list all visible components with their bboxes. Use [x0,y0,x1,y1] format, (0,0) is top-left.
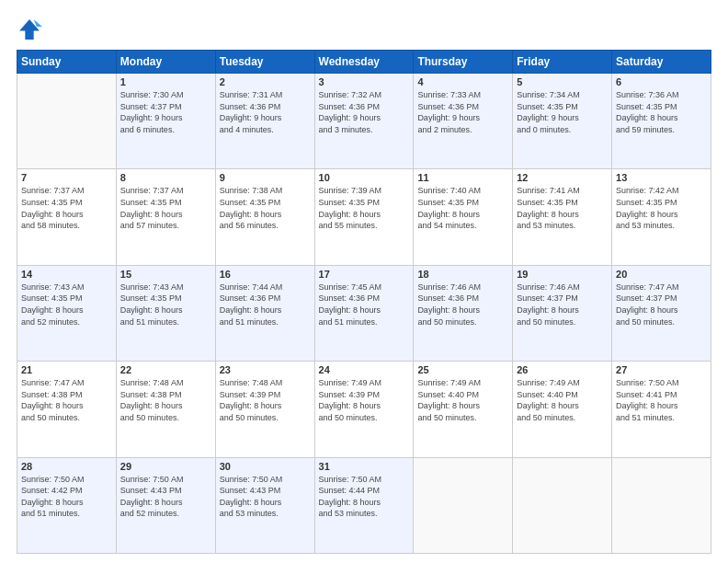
calendar-cell: 7Sunrise: 7:37 AM Sunset: 4:35 PM Daylig… [17,169,117,265]
day-number: 15 [120,269,211,280]
calendar-cell: 4Sunrise: 7:33 AM Sunset: 4:36 PM Daylig… [414,74,513,169]
day-number: 9 [220,172,311,183]
calendar-cell: 18Sunrise: 7:46 AM Sunset: 4:36 PM Dayli… [414,265,513,361]
day-number: 17 [319,269,410,280]
day-info: Sunrise: 7:48 AM Sunset: 4:39 PM Dayligh… [220,377,311,423]
day-number: 30 [220,461,311,472]
day-number: 29 [120,461,211,472]
day-info: Sunrise: 7:38 AM Sunset: 4:35 PM Dayligh… [220,185,311,231]
day-number: 19 [517,269,608,280]
day-number: 22 [120,364,211,375]
calendar-cell: 3Sunrise: 7:32 AM Sunset: 4:36 PM Daylig… [314,74,414,169]
weekday-header-saturday: Saturday [612,51,711,74]
calendar-cell: 26Sunrise: 7:49 AM Sunset: 4:40 PM Dayli… [513,362,612,457]
calendar-cell: 16Sunrise: 7:44 AM Sunset: 4:36 PM Dayli… [215,265,314,361]
calendar-week-row: 7Sunrise: 7:37 AM Sunset: 4:35 PM Daylig… [17,169,711,265]
day-number: 16 [220,269,311,280]
weekday-header-friday: Friday [513,51,612,74]
calendar-cell: 14Sunrise: 7:43 AM Sunset: 4:35 PM Dayli… [17,265,117,361]
calendar-cell: 20Sunrise: 7:47 AM Sunset: 4:37 PM Dayli… [612,265,711,361]
calendar-cell: 24Sunrise: 7:49 AM Sunset: 4:39 PM Dayli… [314,362,414,457]
day-number: 21 [21,364,112,375]
calendar-cell: 19Sunrise: 7:46 AM Sunset: 4:37 PM Dayli… [513,265,612,361]
day-number: 4 [417,76,508,87]
day-info: Sunrise: 7:33 AM Sunset: 4:36 PM Dayligh… [417,89,508,135]
weekday-header-sunday: Sunday [17,51,117,74]
day-number: 28 [21,461,112,472]
day-info: Sunrise: 7:49 AM Sunset: 4:40 PM Dayligh… [417,377,508,423]
day-number: 24 [319,364,410,375]
calendar-cell: 30Sunrise: 7:50 AM Sunset: 4:43 PM Dayli… [215,457,314,553]
day-info: Sunrise: 7:42 AM Sunset: 4:35 PM Dayligh… [616,185,707,231]
day-info: Sunrise: 7:50 AM Sunset: 4:44 PM Dayligh… [319,474,410,520]
calendar-cell: 8Sunrise: 7:37 AM Sunset: 4:35 PM Daylig… [116,169,215,265]
day-number: 27 [616,364,707,375]
day-number: 10 [319,172,410,183]
day-number: 2 [220,76,311,87]
calendar-cell: 5Sunrise: 7:34 AM Sunset: 4:35 PM Daylig… [513,74,612,169]
day-info: Sunrise: 7:50 AM Sunset: 4:43 PM Dayligh… [120,474,211,520]
day-info: Sunrise: 7:45 AM Sunset: 4:36 PM Dayligh… [319,282,410,327]
day-number: 31 [319,461,410,472]
day-info: Sunrise: 7:50 AM Sunset: 4:42 PM Dayligh… [21,474,112,520]
calendar-week-row: 21Sunrise: 7:47 AM Sunset: 4:38 PM Dayli… [17,362,711,457]
calendar-week-row: 14Sunrise: 7:43 AM Sunset: 4:35 PM Dayli… [17,265,711,361]
day-info: Sunrise: 7:50 AM Sunset: 4:41 PM Dayligh… [616,377,707,423]
weekday-header-wednesday: Wednesday [314,51,414,74]
day-info: Sunrise: 7:31 AM Sunset: 4:36 PM Dayligh… [220,89,311,135]
day-info: Sunrise: 7:37 AM Sunset: 4:35 PM Dayligh… [120,185,211,231]
day-number: 6 [616,76,707,87]
calendar-cell: 25Sunrise: 7:49 AM Sunset: 4:40 PM Dayli… [414,362,513,457]
day-number: 14 [21,269,112,280]
day-info: Sunrise: 7:48 AM Sunset: 4:38 PM Dayligh… [120,377,211,423]
calendar-cell: 17Sunrise: 7:45 AM Sunset: 4:36 PM Dayli… [314,265,414,361]
calendar-cell: 12Sunrise: 7:41 AM Sunset: 4:35 PM Dayli… [513,169,612,265]
calendar-cell: 15Sunrise: 7:43 AM Sunset: 4:35 PM Dayli… [116,265,215,361]
day-info: Sunrise: 7:44 AM Sunset: 4:36 PM Dayligh… [220,282,311,327]
day-info: Sunrise: 7:47 AM Sunset: 4:38 PM Dayligh… [21,377,112,423]
calendar-cell: 28Sunrise: 7:50 AM Sunset: 4:42 PM Dayli… [17,457,117,553]
calendar-cell: 27Sunrise: 7:50 AM Sunset: 4:41 PM Dayli… [612,362,711,457]
logo-icon [17,17,42,42]
day-info: Sunrise: 7:34 AM Sunset: 4:35 PM Dayligh… [517,89,608,135]
day-info: Sunrise: 7:41 AM Sunset: 4:35 PM Dayligh… [517,185,608,231]
calendar-cell: 29Sunrise: 7:50 AM Sunset: 4:43 PM Dayli… [116,457,215,553]
day-info: Sunrise: 7:30 AM Sunset: 4:37 PM Dayligh… [120,89,211,135]
day-info: Sunrise: 7:47 AM Sunset: 4:37 PM Dayligh… [616,282,707,327]
calendar-cell: 6Sunrise: 7:36 AM Sunset: 4:35 PM Daylig… [612,74,711,169]
day-number: 23 [220,364,311,375]
calendar-header-row: SundayMondayTuesdayWednesdayThursdayFrid… [17,51,711,74]
weekday-header-thursday: Thursday [414,51,513,74]
day-info: Sunrise: 7:50 AM Sunset: 4:43 PM Dayligh… [220,474,311,520]
day-info: Sunrise: 7:39 AM Sunset: 4:35 PM Dayligh… [319,185,410,231]
day-info: Sunrise: 7:49 AM Sunset: 4:40 PM Dayligh… [517,377,608,423]
day-info: Sunrise: 7:43 AM Sunset: 4:35 PM Dayligh… [120,282,211,327]
calendar-cell [513,457,612,553]
day-info: Sunrise: 7:32 AM Sunset: 4:36 PM Dayligh… [319,89,410,135]
day-info: Sunrise: 7:43 AM Sunset: 4:35 PM Dayligh… [21,282,112,327]
day-info: Sunrise: 7:36 AM Sunset: 4:35 PM Dayligh… [616,89,707,135]
page: SundayMondayTuesdayWednesdayThursdayFrid… [0,0,728,563]
day-number: 12 [517,172,608,183]
day-number: 25 [417,364,508,375]
day-info: Sunrise: 7:46 AM Sunset: 4:37 PM Dayligh… [517,282,608,327]
day-number: 20 [616,269,707,280]
day-number: 18 [417,269,508,280]
calendar-cell [17,74,117,169]
calendar-cell: 21Sunrise: 7:47 AM Sunset: 4:38 PM Dayli… [17,362,117,457]
calendar-cell: 13Sunrise: 7:42 AM Sunset: 4:35 PM Dayli… [612,169,711,265]
day-number: 7 [21,172,112,183]
day-number: 1 [120,76,211,87]
header [17,17,711,42]
svg-marker-1 [34,19,42,27]
calendar-cell: 23Sunrise: 7:48 AM Sunset: 4:39 PM Dayli… [215,362,314,457]
day-info: Sunrise: 7:49 AM Sunset: 4:39 PM Dayligh… [319,377,410,423]
calendar-cell: 10Sunrise: 7:39 AM Sunset: 4:35 PM Dayli… [314,169,414,265]
calendar-cell: 22Sunrise: 7:48 AM Sunset: 4:38 PM Dayli… [116,362,215,457]
calendar-week-row: 28Sunrise: 7:50 AM Sunset: 4:42 PM Dayli… [17,457,711,553]
day-number: 11 [417,172,508,183]
weekday-header-tuesday: Tuesday [215,51,314,74]
day-number: 26 [517,364,608,375]
day-info: Sunrise: 7:40 AM Sunset: 4:35 PM Dayligh… [417,185,508,231]
day-number: 13 [616,172,707,183]
